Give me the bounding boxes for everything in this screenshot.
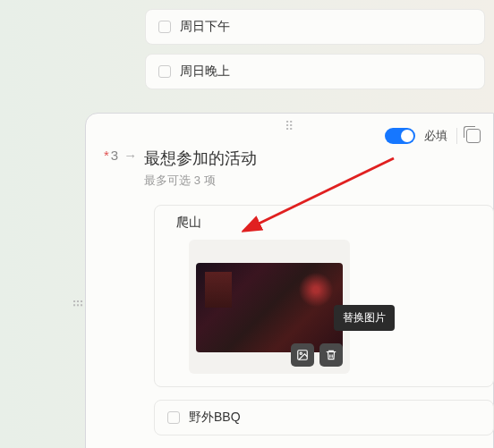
question-number: * 3 → xyxy=(104,148,137,163)
option-image[interactable] xyxy=(196,263,343,352)
trash-icon xyxy=(325,349,337,361)
image-actions xyxy=(291,343,343,367)
previous-question-options: 周日下午 周日晚上 xyxy=(145,9,494,98)
option-item[interactable]: 周日下午 xyxy=(145,9,485,45)
option-label: 周日下午 xyxy=(180,19,230,35)
option-label: 爬山 xyxy=(176,215,201,231)
question-subtitle: 最多可选 3 项 xyxy=(144,173,475,189)
option-label: 野外BBQ xyxy=(189,410,241,426)
checkbox-icon xyxy=(158,65,171,78)
image-tooltip: 替换图片 xyxy=(334,305,395,331)
required-toggle[interactable] xyxy=(385,128,415,144)
checkbox-icon xyxy=(167,411,180,424)
question-options: 爬山 替换图片 xyxy=(154,205,475,435)
delete-image-button[interactable] xyxy=(319,343,343,367)
required-asterisk: * xyxy=(104,148,109,163)
option-image-container: 替换图片 xyxy=(189,240,350,374)
option-item[interactable]: 野外BBQ xyxy=(154,400,494,435)
drag-handle-icon[interactable]: ⠿ xyxy=(285,119,295,133)
drag-handle-icon[interactable]: ⠿ xyxy=(70,299,84,302)
card-controls: 必填 xyxy=(385,128,481,144)
svg-point-1 xyxy=(300,352,302,354)
duplicate-icon[interactable] xyxy=(466,129,481,143)
option-label: 周日晚上 xyxy=(180,63,230,80)
question-title[interactable]: 最想参加的活动 xyxy=(144,148,475,169)
question-card: ⠿ 必填 * 3 → 最想参加的活动 最多可选 3 项 爬山 替换图片 xyxy=(85,113,494,448)
replace-image-icon xyxy=(296,349,309,361)
option-item[interactable]: 周日晚上 xyxy=(145,54,485,89)
checkbox-icon xyxy=(158,21,171,33)
question-header: * 3 → 最想参加的活动 最多可选 3 项 xyxy=(104,148,475,189)
divider xyxy=(456,128,457,144)
arrow-icon: → xyxy=(124,148,137,163)
replace-image-button[interactable] xyxy=(291,343,314,367)
option-item-with-image[interactable]: 爬山 替换图片 xyxy=(154,205,494,387)
required-label: 必填 xyxy=(424,128,447,144)
